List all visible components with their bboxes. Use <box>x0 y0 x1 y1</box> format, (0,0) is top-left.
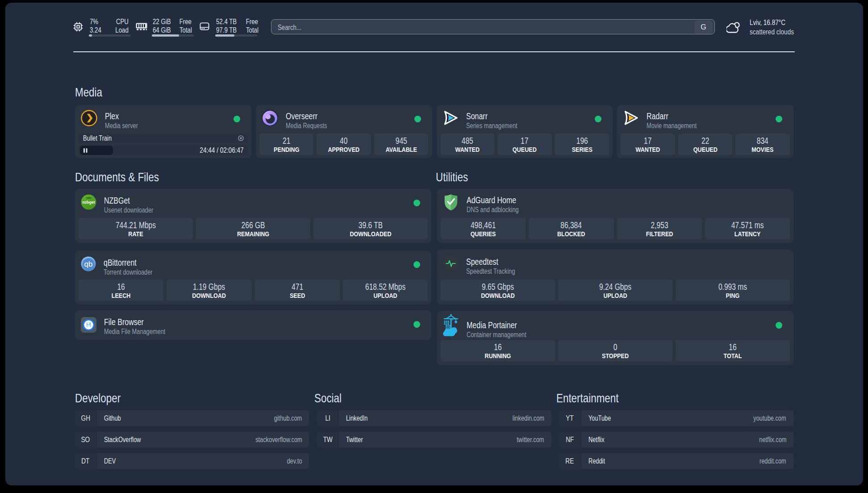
svg-text:qb: qb <box>84 260 93 268</box>
svg-text:nzbget: nzbget <box>82 200 95 205</box>
